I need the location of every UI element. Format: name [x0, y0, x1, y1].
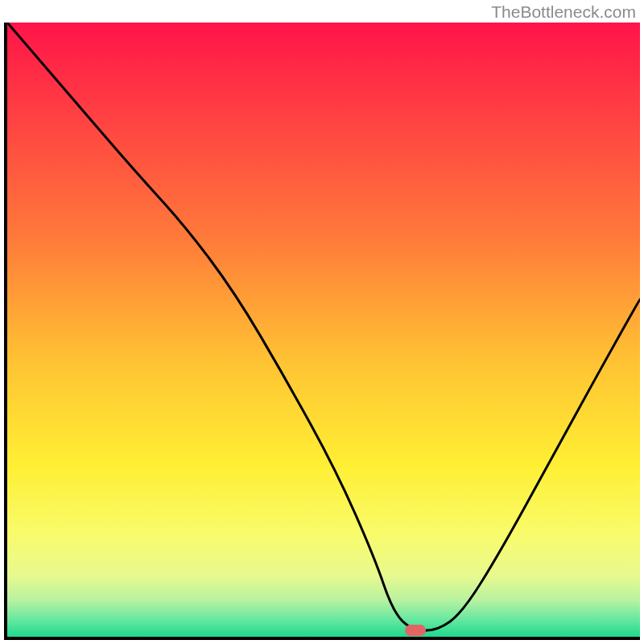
bottleneck-curve [7, 23, 640, 637]
optimal-point-marker [405, 625, 426, 636]
attribution-text: TheBottleneck.com [491, 2, 636, 22]
chart-plot-area [4, 23, 640, 640]
